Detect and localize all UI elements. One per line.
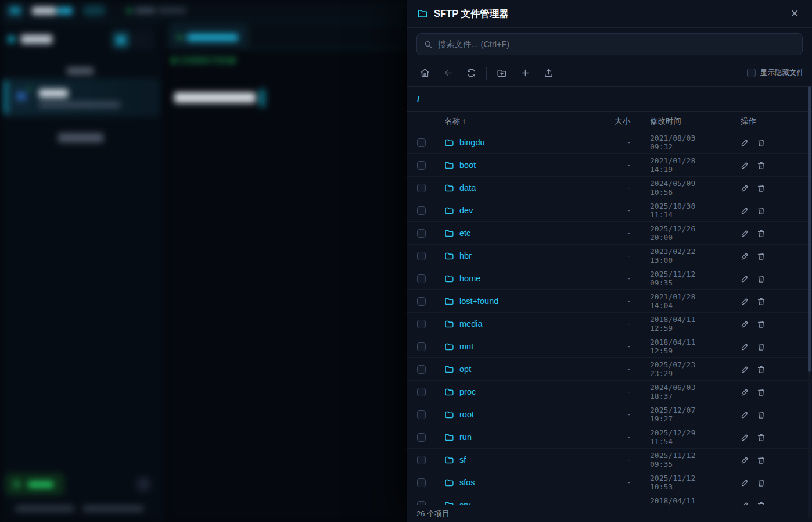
row-checkbox[interactable] — [417, 388, 426, 396]
row-checkbox[interactable] — [417, 478, 426, 487]
scrollbar-track[interactable] — [808, 86, 811, 519]
row-checkbox[interactable] — [417, 206, 426, 215]
file-name-link[interactable]: mnt — [444, 342, 595, 352]
delete-button[interactable] — [757, 478, 766, 487]
rename-button[interactable] — [741, 342, 749, 351]
file-row[interactable]: bingdu - 2021/08/03 09:32 — [407, 131, 812, 154]
file-name-link[interactable]: opt — [444, 364, 595, 374]
rename-button[interactable] — [741, 138, 749, 147]
file-row[interactable]: proc - 2024/06/03 18:37 — [407, 381, 812, 403]
delete-button[interactable] — [757, 410, 766, 419]
file-row[interactable]: sf - 2025/11/12 09:35 — [407, 449, 812, 471]
rename-button[interactable] — [741, 456, 749, 464]
delete-button[interactable] — [757, 274, 766, 283]
file-name-link[interactable]: sfos — [444, 478, 595, 488]
rename-button[interactable] — [741, 252, 749, 260]
file-name-link[interactable]: sf — [444, 455, 595, 465]
row-checkbox[interactable] — [417, 433, 426, 442]
file-row[interactable]: run - 2025/12/29 11:54 — [407, 426, 812, 449]
delete-button[interactable] — [757, 297, 766, 306]
delete-button[interactable] — [757, 229, 766, 238]
file-name-link[interactable]: root — [444, 410, 595, 420]
rename-button[interactable] — [741, 433, 749, 442]
file-name-link[interactable]: data — [444, 183, 595, 193]
delete-button[interactable] — [757, 206, 766, 215]
file-name-link[interactable]: media — [444, 319, 595, 329]
show-hidden-checkbox[interactable] — [747, 69, 756, 77]
rename-button[interactable] — [741, 297, 749, 306]
rename-button[interactable] — [741, 184, 749, 192]
rename-button[interactable] — [741, 365, 749, 374]
file-name-link[interactable]: lost+found — [444, 296, 595, 306]
search-input[interactable] — [437, 40, 795, 49]
row-checkbox[interactable] — [417, 252, 426, 260]
rename-button[interactable] — [741, 206, 749, 215]
delete-button[interactable] — [757, 456, 766, 464]
scrollbar-thumb[interactable] — [808, 86, 811, 372]
file-name-link[interactable]: home — [444, 274, 595, 284]
file-name-link[interactable]: dev — [444, 206, 595, 216]
rename-button[interactable] — [741, 161, 749, 170]
row-checkbox[interactable] — [417, 297, 426, 306]
upload-button[interactable] — [539, 64, 558, 83]
column-header-name[interactable]: 名称 ↑ — [444, 116, 595, 127]
delete-button[interactable] — [757, 320, 766, 328]
file-row[interactable]: opt - 2025/07/23 23:29 — [407, 358, 812, 381]
file-row[interactable]: mnt - 2018/04/11 12:59 — [407, 335, 812, 358]
delete-button[interactable] — [757, 184, 766, 192]
rename-button[interactable] — [741, 478, 749, 487]
row-checkbox[interactable] — [417, 365, 426, 374]
file-row[interactable]: srv - 2018/04/11 12:59 — [407, 494, 812, 505]
file-name-link[interactable]: srv — [444, 500, 595, 505]
rename-button[interactable] — [741, 320, 749, 328]
row-checkbox[interactable] — [417, 161, 426, 170]
file-row[interactable]: boot - 2021/01/28 14:19 — [407, 154, 812, 177]
delete-button[interactable] — [757, 365, 766, 374]
rename-button[interactable] — [741, 410, 749, 419]
delete-button[interactable] — [757, 138, 766, 147]
file-name-link[interactable]: run — [444, 432, 595, 442]
row-checkbox[interactable] — [417, 229, 426, 238]
delete-button[interactable] — [757, 433, 766, 442]
file-row[interactable]: data - 2024/05/09 10:56 — [407, 177, 812, 199]
home-button[interactable] — [415, 64, 434, 83]
close-icon[interactable]: ✕ — [787, 6, 802, 22]
rename-button[interactable] — [741, 274, 749, 283]
file-row[interactable]: media - 2018/04/11 12:59 — [407, 313, 812, 335]
file-row[interactable]: dev - 2025/10/30 11:14 — [407, 199, 812, 222]
file-row[interactable]: root - 2025/12/07 19:27 — [407, 403, 812, 426]
breadcrumb-root[interactable]: / — [417, 94, 419, 104]
row-checkbox[interactable] — [417, 274, 426, 283]
file-row[interactable]: lost+found - 2021/01/28 14:04 — [407, 290, 812, 313]
file-row[interactable]: home - 2025/11/12 09:35 — [407, 267, 812, 290]
rename-button[interactable] — [741, 229, 749, 238]
column-header-mtime[interactable]: 修改时间 — [650, 116, 717, 127]
delete-button[interactable] — [757, 252, 766, 260]
file-row[interactable]: hbr - 2023/02/22 13:00 — [407, 245, 812, 267]
pencil-icon — [741, 433, 749, 442]
column-header-size[interactable]: 大小 — [595, 116, 630, 127]
row-checkbox[interactable] — [417, 138, 426, 147]
file-row[interactable]: etc - 2025/12/26 20:00 — [407, 222, 812, 245]
new-folder-button[interactable] — [493, 64, 511, 83]
file-row[interactable]: sfos - 2025/11/12 10:53 — [407, 471, 812, 494]
delete-button[interactable] — [757, 161, 766, 170]
refresh-button[interactable] — [462, 64, 480, 83]
search-box[interactable] — [416, 33, 803, 55]
new-file-button[interactable] — [516, 64, 534, 83]
file-name-link[interactable]: proc — [444, 387, 595, 397]
file-name-link[interactable]: hbr — [444, 251, 595, 261]
row-checkbox[interactable] — [417, 342, 426, 351]
row-checkbox[interactable] — [417, 320, 426, 328]
row-checkbox[interactable] — [417, 184, 426, 192]
row-checkbox[interactable] — [417, 456, 426, 464]
show-hidden-toggle[interactable]: 显示隐藏文件 — [747, 68, 804, 78]
delete-button[interactable] — [757, 342, 766, 351]
file-name-link[interactable]: boot — [444, 160, 595, 170]
rename-button[interactable] — [741, 388, 749, 396]
file-name-link[interactable]: etc — [444, 228, 595, 238]
back-button[interactable] — [439, 64, 457, 83]
row-checkbox[interactable] — [417, 410, 426, 419]
delete-button[interactable] — [757, 388, 766, 396]
file-name-link[interactable]: bingdu — [444, 138, 595, 148]
